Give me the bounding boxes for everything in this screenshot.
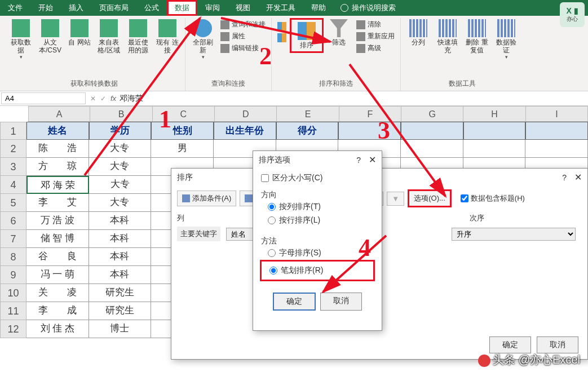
cell[interactable]: 本科 [89,248,152,266]
cell[interactable]: 大专 [89,158,152,176]
row-header[interactable]: 7 [0,230,26,248]
properties-button[interactable]: 属性 [218,31,268,42]
get-data-button[interactable]: 获取数 据▾ [7,18,35,61]
row-header[interactable]: 10 [0,284,26,302]
row-header[interactable]: 8 [0,248,26,266]
close-icon[interactable]: ✕ [369,154,376,165]
from-csv-button[interactable]: 从文 本/CSV [36,18,64,55]
name-box[interactable] [1,92,86,104]
cell[interactable]: 研究生 [89,284,152,302]
column-header[interactable]: D [215,106,277,122]
sort-asc-button[interactable] [275,21,289,32]
row-header[interactable]: 5 [0,194,26,212]
text-to-columns-button[interactable]: 分列 [404,18,432,47]
flash-fill-button[interactable]: 快速填充 [434,18,462,55]
tab-view[interactable]: 视图 [228,0,258,16]
move-down-button[interactable]: ▼ [387,192,404,206]
row-header[interactable]: 6 [0,212,26,230]
cell[interactable]: 本科 [89,230,152,248]
refresh-all-button[interactable]: 全部刷新▾ [189,18,217,61]
column-header[interactable]: I [526,106,588,122]
cell[interactable]: 储 智 博 [26,230,89,248]
help-icon[interactable]: ? [562,173,567,182]
ok-button[interactable]: 确定 [273,293,316,311]
tab-layout[interactable]: 页面布局 [91,0,136,16]
column-header[interactable]: H [463,106,525,122]
sort-by-column-radio[interactable]: 按列排序(T) [261,200,374,214]
cell[interactable]: 本科 [89,212,152,230]
clear-filter-button[interactable]: 清除 [354,19,397,30]
row-header[interactable]: 3 [0,158,26,176]
cell[interactable]: 大专 [89,140,152,158]
sort-button[interactable]: 排序 [293,21,321,50]
cell[interactable] [525,140,588,158]
enter-icon[interactable]: ✓ [100,95,106,103]
cell[interactable]: 冯 一 萌 [26,266,89,284]
alpha-sort-radio[interactable]: 字母排序(S) [261,246,374,260]
cell[interactable]: 得分 [276,122,339,140]
sort-desc-button[interactable] [275,33,289,43]
data-validation-button[interactable]: 数据验 证▾ [492,18,520,61]
help-icon[interactable]: ? [356,156,361,165]
recent-sources-button[interactable]: 最近使 用的源 [124,18,152,55]
row-header[interactable]: 4 [0,176,26,194]
sort-by-row-radio[interactable]: 按行排序(L) [261,214,374,227]
column-header[interactable]: G [401,106,463,122]
sort-order-select[interactable]: 升序 [452,228,576,241]
cell[interactable] [525,122,588,140]
cell[interactable]: 博士 [89,320,152,338]
cell[interactable] [463,122,526,140]
sort-options-button[interactable]: 选项(O)... [408,189,452,207]
column-header[interactable]: A [28,106,90,122]
close-icon[interactable]: ✕ [574,172,582,183]
cell[interactable]: 大专 [89,176,152,194]
tab-data[interactable]: 数据 [167,0,197,16]
tell-me-search[interactable]: 操作说明搜索 [341,3,396,13]
tab-dev[interactable]: 开发工具 [258,0,303,16]
row-header[interactable]: 1 [0,122,26,140]
cell[interactable]: 大专 [89,194,152,212]
has-header-checkbox[interactable]: 数据包含标题(H) [461,193,525,203]
filter-button[interactable]: 筛选 [325,18,353,47]
cell[interactable] [463,140,526,158]
row-header[interactable]: 12 [0,320,26,338]
cell[interactable]: 研究生 [89,302,152,320]
column-header[interactable]: F [339,106,401,122]
column-header[interactable]: E [277,106,339,122]
column-header[interactable]: B [90,106,152,122]
advanced-filter-button[interactable]: 高级 [354,43,397,54]
ok-button[interactable]: 确定 [489,336,531,353]
row-header[interactable]: 11 [0,302,26,320]
tab-formula[interactable]: 公式 [136,0,167,16]
tab-help[interactable]: 帮助 [303,0,334,16]
cell[interactable]: 谷 良 [26,248,89,266]
tab-review[interactable]: 审阅 [197,0,228,16]
cell[interactable] [338,122,401,140]
add-level-button[interactable]: 添加条件(A) [177,191,236,206]
existing-conn-button[interactable]: 现有 连接 [153,18,182,55]
cell[interactable]: 邓 海 荣 [26,176,89,194]
cell[interactable] [401,122,463,140]
cell[interactable] [401,140,463,158]
cell[interactable]: 李 艾 [26,194,89,212]
formula-input[interactable]: 邓海荣 [116,92,588,105]
cell[interactable]: 万 浩 波 [26,212,89,230]
from-web-button[interactable]: 自 网站 [65,18,94,47]
stroke-sort-radio[interactable]: 笔划排序(R) [263,264,372,277]
cancel-button[interactable]: 取消 [320,293,362,311]
cell[interactable]: 本科 [89,266,152,284]
cell[interactable]: 学历 [89,122,152,140]
from-table-button[interactable]: 来自表 格/区域 [95,18,123,55]
row-header[interactable]: 9 [0,266,26,284]
tab-home[interactable]: 开始 [30,0,61,16]
row-header[interactable]: 2 [0,140,26,158]
cell[interactable]: 陈 浩 [26,140,89,158]
case-sensitive-checkbox[interactable]: 区分大小写(C) [261,173,374,183]
cancel-icon[interactable]: ✕ [90,95,96,103]
cell[interactable]: 出生年份 [214,122,276,140]
cancel-button[interactable]: 取消 [537,336,578,353]
cell[interactable]: 姓名 [26,122,89,140]
cell[interactable]: 方 琼 [26,158,89,176]
cell[interactable]: 李 成 [26,302,89,320]
cell[interactable]: 关 凌 [26,284,89,302]
